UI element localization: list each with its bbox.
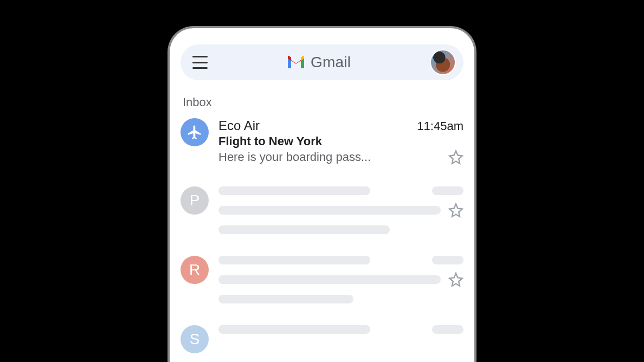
brand: Gmail (215, 54, 422, 71)
email-row[interactable]: Eco Air 11:45am Flight to New York Here … (181, 118, 463, 165)
airplane-icon (186, 124, 203, 140)
sender-initial: P (190, 192, 200, 209)
star-icon[interactable] (448, 272, 463, 287)
placeholder-time (432, 256, 463, 264)
email-time: 11:45am (417, 119, 463, 133)
sender-name: Eco Air (218, 118, 260, 133)
placeholder-line (218, 225, 390, 234)
sender-avatar: S (181, 325, 209, 353)
placeholder-time (432, 325, 463, 334)
inbox-label: Inbox (183, 95, 463, 109)
menu-icon[interactable] (192, 56, 208, 69)
sender-initial: R (189, 261, 200, 279)
email-row-placeholder[interactable]: P (181, 186, 463, 234)
email-content: Eco Air 11:45am Flight to New York Here … (218, 118, 463, 165)
sender-avatar (181, 118, 209, 146)
placeholder-time (432, 186, 463, 195)
star-icon[interactable] (448, 150, 463, 165)
sender-avatar: R (181, 256, 209, 284)
placeholder-line (218, 206, 441, 215)
star-icon[interactable] (448, 203, 463, 218)
placeholder-line (218, 295, 353, 303)
sender-avatar: P (181, 186, 209, 215)
email-subject: Flight to New York (218, 134, 463, 148)
placeholder-line (218, 256, 370, 264)
brand-label: Gmail (311, 54, 351, 71)
placeholder-line (218, 325, 370, 334)
phone-frame: Gmail Inbox Eco Air 11:45am Flight to Ne… (168, 26, 476, 362)
search-bar[interactable]: Gmail (181, 44, 463, 80)
placeholder-line (218, 275, 441, 284)
email-snippet: Here is your boarding pass... (218, 150, 371, 164)
placeholder-line (218, 186, 370, 195)
gmail-logo-icon (287, 55, 305, 69)
email-row-placeholder[interactable]: R (181, 256, 463, 303)
sender-initial: S (190, 331, 200, 348)
account-avatar[interactable] (430, 49, 456, 75)
email-row-placeholder[interactable]: S (181, 325, 463, 353)
